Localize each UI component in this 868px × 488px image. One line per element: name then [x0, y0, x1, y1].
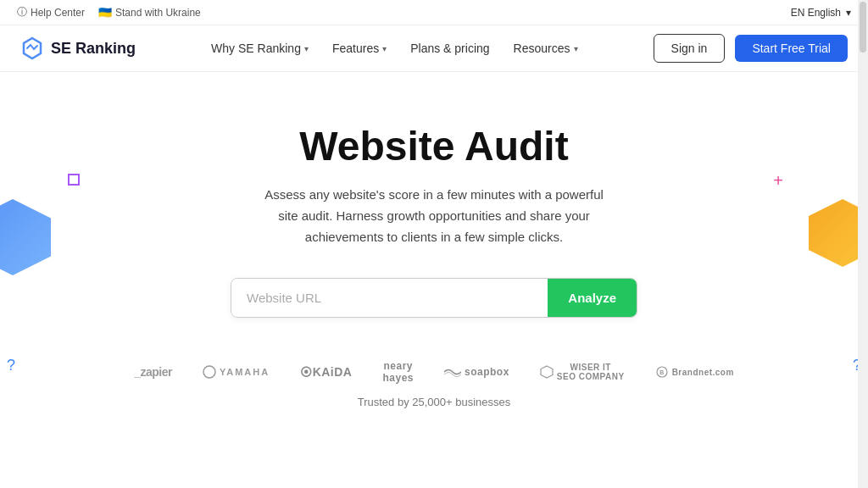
chevron-down-icon: ▾	[846, 7, 851, 19]
top-bar: ⓘ Help Center 🇺🇦 Stand with Ukraine EN E…	[0, 0, 868, 25]
logo-neary-hayes: nearyhayes	[382, 360, 414, 384]
logo-wiser-it: WISER ITSEO COMPANY	[540, 363, 625, 381]
nav-resources-label: Resources	[514, 42, 570, 55]
chevron-down-icon: ▾	[382, 44, 387, 53]
hero-subtitle: Assess any website's score in a few minu…	[256, 185, 612, 247]
signin-button[interactable]: Sign in	[654, 34, 726, 63]
chevron-down-icon: ▾	[574, 44, 578, 53]
brandnet-icon: B	[655, 365, 669, 379]
svg-text:B: B	[659, 369, 665, 375]
nav-plans-label: Plans & pricing	[410, 42, 489, 55]
url-search-box: Analyze	[231, 278, 637, 318]
logo-brandnet: B Brandnet.com	[655, 365, 734, 379]
deco-question-left: ?	[7, 357, 15, 374]
soapbox-wave-icon	[444, 366, 461, 378]
nav-links: Why SE Ranking ▾ Features ▾ Plans & pric…	[211, 42, 577, 55]
logo-zapier: _zapier	[134, 365, 172, 379]
trusted-text: Trusted by 25,000+ businesses	[17, 396, 851, 408]
website-url-input[interactable]	[231, 279, 548, 317]
lang-switcher[interactable]: EN English ▾	[791, 7, 851, 19]
top-bar-left: ⓘ Help Center 🇺🇦 Stand with Ukraine	[17, 5, 201, 19]
nav-features-label: Features	[332, 42, 379, 55]
svg-marker-2	[541, 366, 553, 378]
nav-why-se-ranking[interactable]: Why SE Ranking ▾	[211, 42, 309, 55]
logo-soapbox: soapbox	[444, 366, 509, 378]
ukraine-label: Stand with Ukraine	[115, 7, 201, 19]
nav-why-label: Why SE Ranking	[211, 42, 301, 55]
logo-yamaha: YAMAHA	[203, 365, 270, 379]
ukraine-flag-icon: 🇺🇦	[98, 6, 112, 19]
deco-square	[68, 174, 80, 186]
scrollbar[interactable]	[858, 0, 868, 488]
logo-kaida: ⦿KAiDA	[300, 365, 352, 379]
yamaha-icon	[203, 365, 216, 379]
start-trial-button[interactable]: Start Free Trial	[735, 35, 848, 62]
ukraine-banner[interactable]: 🇺🇦 Stand with Ukraine	[98, 6, 201, 19]
help-center-link[interactable]: ⓘ Help Center	[17, 5, 85, 19]
navbar: SE Ranking Why SE Ranking ▾ Features ▾ P…	[0, 25, 868, 72]
brand-logos: _zapier YAMAHA ⦿KAiDA nearyhayes soapbox…	[17, 360, 851, 384]
chevron-down-icon: ▾	[304, 44, 309, 53]
bottom-section: Run a technical SEO audit with our platf…	[0, 476, 868, 488]
hero-title: Website Audit	[17, 123, 851, 169]
scrollbar-thumb[interactable]	[860, 2, 866, 53]
svg-point-1	[203, 366, 215, 378]
logo-icon	[20, 36, 44, 60]
nav-buttons: Sign in Start Free Trial	[654, 34, 848, 63]
help-icon: ⓘ	[17, 5, 27, 19]
analyze-button[interactable]: Analyze	[548, 279, 637, 317]
deco-blue-hexagon	[0, 199, 51, 275]
deco-plus-icon: +	[773, 172, 783, 189]
logo-text: SE Ranking	[51, 40, 136, 58]
hero-section: + ? ? Website Audit Assess any website's…	[0, 72, 868, 476]
lang-label: EN English	[791, 7, 841, 19]
nav-plans-pricing[interactable]: Plans & pricing	[410, 42, 489, 55]
nav-features[interactable]: Features ▾	[332, 42, 387, 55]
wiser-icon	[540, 365, 554, 379]
logo[interactable]: SE Ranking	[20, 36, 136, 60]
nav-resources[interactable]: Resources ▾	[514, 42, 578, 55]
help-center-label: Help Center	[31, 7, 85, 19]
